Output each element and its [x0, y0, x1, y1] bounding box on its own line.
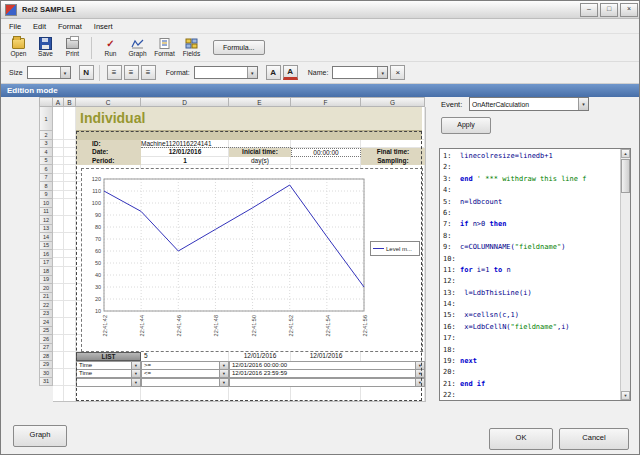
embedded-chart[interactable]: 10203040506070809010011012022:41:4222:41…	[81, 168, 423, 352]
format-button[interactable]: Format	[151, 35, 178, 60]
minimize-button[interactable]: –	[580, 3, 598, 17]
size-select[interactable]: ▾	[27, 66, 71, 79]
sampling-label-cell[interactable]: Sampling:	[361, 157, 425, 166]
title-bar[interactable]: Rel2 SAMPLE1 – □ ×	[1, 1, 640, 19]
chevron-down-icon[interactable]: ▾	[131, 379, 140, 386]
font-color-button[interactable]: A	[283, 65, 298, 80]
filter-value-select[interactable]: ▾	[229, 378, 425, 387]
date-label-cell[interactable]: Date:	[76, 148, 141, 157]
chevron-down-icon[interactable]: ▾	[415, 362, 424, 369]
menu-item-insert[interactable]: Insert	[88, 20, 119, 33]
initial-time-value-cell[interactable]: 00:00:00	[291, 148, 361, 157]
align-right-button[interactable]: ≡	[141, 65, 156, 80]
chevron-down-icon[interactable]: ▾	[247, 67, 257, 78]
row-header-20[interactable]: 20	[39, 284, 53, 293]
row-header-25[interactable]: 25	[39, 327, 53, 336]
column-header-G[interactable]: G	[361, 97, 425, 107]
chevron-down-icon[interactable]: ▾	[578, 98, 588, 110]
chevron-down-icon[interactable]: ▾	[219, 379, 228, 386]
select-all-corner[interactable]	[39, 97, 53, 107]
menu-item-format[interactable]: Format	[52, 20, 88, 33]
row-header-30[interactable]: 30	[39, 369, 53, 378]
row-header-6[interactable]: 6	[39, 165, 53, 174]
row-header-22[interactable]: 22	[39, 301, 53, 310]
sheet-grid[interactable]: Individual ID: Machine1120116224141 Date…	[53, 107, 426, 402]
event-select[interactable]: OnAfterCalculation ▾	[469, 97, 589, 111]
filter-field-select[interactable]: ▾	[76, 378, 141, 387]
row-header-19[interactable]: 19	[39, 276, 53, 285]
run-button[interactable]: ✓ Run	[97, 35, 124, 60]
code-scrollbar[interactable]: ▲ ▼	[620, 149, 630, 400]
row-header-21[interactable]: 21	[39, 293, 53, 302]
graph-footer-button[interactable]: Graph	[13, 425, 67, 447]
column-header-B[interactable]: B	[64, 97, 76, 107]
row-header-15[interactable]: 15	[39, 242, 53, 251]
chevron-down-icon[interactable]: ▾	[131, 370, 140, 377]
open-button[interactable]: Open	[5, 35, 32, 60]
scroll-thumb[interactable]	[621, 159, 630, 193]
maximize-button[interactable]: □	[600, 3, 618, 17]
row-header-26[interactable]: 26	[39, 335, 53, 344]
row-header-2[interactable]: 2	[39, 131, 53, 140]
chevron-down-icon[interactable]: ▾	[415, 370, 424, 377]
chevron-down-icon[interactable]: ▾	[377, 67, 387, 78]
delete-name-button[interactable]: ×	[390, 65, 405, 80]
row-header-12[interactable]: 12	[39, 216, 53, 225]
row-header-3[interactable]: 3	[39, 140, 53, 149]
format-select[interactable]: ▾	[194, 66, 258, 79]
chevron-down-icon[interactable]: ▾	[131, 362, 140, 369]
formula-button[interactable]: Formula...	[213, 40, 265, 55]
column-header-C[interactable]: C	[76, 97, 141, 107]
scroll-down-icon[interactable]: ▼	[621, 391, 630, 400]
row-header-5[interactable]: 5	[39, 157, 53, 166]
cancel-button[interactable]: Cancel	[559, 428, 629, 450]
menu-item-edit[interactable]: Edit	[27, 20, 52, 33]
row-header-11[interactable]: 11	[39, 208, 53, 217]
bold-button[interactable]: N	[79, 65, 94, 80]
final-time-label-cell[interactable]: Final time:	[361, 148, 425, 157]
row-header-23[interactable]: 23	[39, 310, 53, 319]
initial-time-label-cell[interactable]: Inicial time:	[229, 148, 291, 157]
row-header-4[interactable]: 4	[39, 148, 53, 157]
row-header-27[interactable]: 27	[39, 344, 53, 353]
row-header-28[interactable]: 28	[39, 352, 53, 361]
close-button[interactable]: ×	[620, 3, 638, 17]
report-title-band[interactable]: Individual	[76, 107, 422, 131]
id-label-cell[interactable]: ID:	[76, 140, 141, 149]
id-value-cell[interactable]: Machine1120116224141	[141, 140, 291, 149]
row-header-7[interactable]: 7	[39, 174, 53, 183]
period-label-cell[interactable]: Period:	[76, 157, 141, 166]
filter-operator-select[interactable]: ▾	[141, 378, 229, 387]
row-header-9[interactable]: 9	[39, 191, 53, 200]
row-header-1[interactable]: 1	[39, 107, 53, 131]
column-header-A[interactable]: A	[53, 97, 64, 107]
chevron-down-icon[interactable]: ▾	[219, 370, 228, 377]
row-header-29[interactable]: 29	[39, 361, 53, 370]
list-date-right-cell[interactable]: 12/01/2016	[291, 352, 361, 361]
fields-button[interactable]: Fields	[178, 35, 205, 60]
row-header-18[interactable]: 18	[39, 267, 53, 276]
date-value-cell[interactable]: 12/01/2016	[141, 148, 229, 157]
row-header-31[interactable]: 31	[39, 378, 53, 387]
row-header-10[interactable]: 10	[39, 199, 53, 208]
graph-button[interactable]: Graph	[124, 35, 151, 60]
row-header-16[interactable]: 16	[39, 250, 53, 259]
period-value-cell[interactable]: 1	[141, 157, 229, 166]
align-center-button[interactable]: ≡	[124, 65, 139, 80]
save-button[interactable]: Save	[32, 35, 59, 60]
list-date-left-cell[interactable]: 12/01/2016	[229, 352, 291, 361]
row-header-8[interactable]: 8	[39, 182, 53, 191]
menu-item-file[interactable]: File	[3, 20, 27, 33]
chevron-down-icon[interactable]: ▾	[219, 362, 228, 369]
font-button[interactable]: A	[266, 65, 281, 80]
column-header-D[interactable]: D	[141, 97, 229, 107]
row-header-14[interactable]: 14	[39, 233, 53, 242]
row-header-17[interactable]: 17	[39, 259, 53, 268]
column-header-F[interactable]: F	[291, 97, 361, 107]
code-editor[interactable]: 1:linecolresize=linedb+12:3:end ' *** wi…	[439, 148, 631, 401]
list-count-cell[interactable]: 5	[144, 352, 184, 361]
chevron-down-icon[interactable]: ▾	[60, 67, 70, 78]
print-button[interactable]: Print	[59, 35, 86, 60]
row-header-24[interactable]: 24	[39, 318, 53, 327]
apply-button[interactable]: Apply	[441, 117, 491, 134]
